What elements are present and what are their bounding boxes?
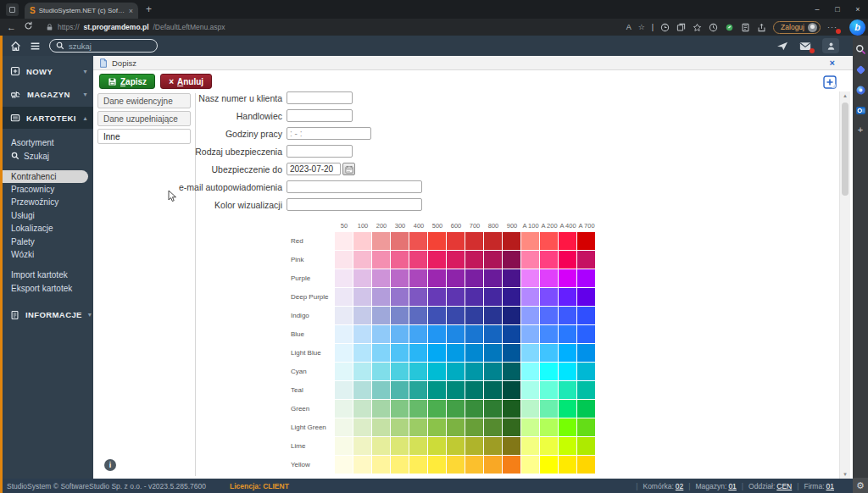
palette-swatch[interactable] bbox=[559, 456, 576, 474]
palette-swatch[interactable] bbox=[335, 344, 353, 362]
palette-swatch[interactable] bbox=[484, 400, 502, 418]
palette-swatch[interactable] bbox=[335, 418, 353, 436]
palette-swatch[interactable] bbox=[372, 325, 390, 343]
mail-button[interactable] bbox=[799, 42, 811, 51]
palette-swatch[interactable] bbox=[484, 437, 502, 455]
palette-swatch[interactable] bbox=[409, 381, 427, 399]
palette-swatch[interactable] bbox=[447, 381, 465, 399]
palette-swatch[interactable] bbox=[428, 400, 446, 418]
sidebar-item-przewoznicy[interactable]: Przewoźnicy bbox=[0, 196, 93, 208]
palette-swatch[interactable] bbox=[577, 344, 595, 362]
palette-swatch[interactable] bbox=[353, 381, 371, 399]
palette-swatch[interactable] bbox=[521, 363, 539, 380]
window-minimize-button[interactable]: – bbox=[807, 0, 827, 19]
palette-swatch[interactable] bbox=[503, 269, 520, 287]
palette-swatch[interactable] bbox=[540, 400, 558, 418]
field-input-e-mail-autopowiadomienia[interactable] bbox=[287, 180, 422, 193]
sidebar-section-kartoteki[interactable]: KARTOTEKI ▴ bbox=[0, 107, 93, 129]
palette-swatch[interactable] bbox=[353, 344, 371, 362]
field-input-godziny-pracy[interactable] bbox=[287, 127, 371, 140]
palette-swatch[interactable] bbox=[353, 456, 371, 474]
sidebar-add-icon[interactable]: + bbox=[858, 125, 863, 135]
dialog-close-icon[interactable]: × bbox=[830, 58, 835, 68]
browser-tab[interactable]: S StudioSystem.NET (c) SoftwareSt × bbox=[25, 3, 138, 19]
palette-swatch[interactable] bbox=[503, 232, 520, 250]
palette-swatch[interactable] bbox=[372, 288, 390, 306]
palette-swatch[interactable] bbox=[465, 325, 483, 343]
palette-swatch[interactable] bbox=[409, 418, 427, 436]
sidebar-item-kontrahenci[interactable]: Kontrahenci bbox=[0, 170, 88, 183]
palette-swatch[interactable] bbox=[577, 363, 595, 380]
palette-swatch[interactable] bbox=[521, 232, 539, 250]
palette-swatch[interactable] bbox=[465, 381, 483, 399]
palette-swatch[interactable] bbox=[484, 288, 502, 306]
palette-swatch[interactable] bbox=[428, 456, 446, 474]
palette-swatch[interactable] bbox=[465, 232, 483, 250]
palette-swatch[interactable] bbox=[559, 418, 576, 436]
calendar-button[interactable] bbox=[342, 163, 355, 175]
sidebar-section-nowy[interactable]: NOWY ▾ bbox=[0, 61, 93, 81]
palette-swatch[interactable] bbox=[447, 269, 465, 287]
palette-swatch[interactable] bbox=[335, 307, 353, 324]
extension-icon[interactable] bbox=[660, 23, 670, 32]
palette-swatch[interactable] bbox=[428, 251, 446, 269]
palette-swatch[interactable] bbox=[335, 381, 353, 399]
palette-swatch[interactable] bbox=[577, 251, 595, 269]
palette-swatch[interactable] bbox=[391, 344, 409, 362]
palette-swatch[interactable] bbox=[577, 307, 595, 324]
palette-swatch[interactable] bbox=[335, 288, 353, 306]
palette-swatch[interactable] bbox=[353, 418, 371, 436]
palette-swatch[interactable] bbox=[428, 418, 446, 436]
palette-swatch[interactable] bbox=[465, 456, 483, 474]
sidebar-section-magazyn[interactable]: MAGAZYN ▾ bbox=[0, 84, 93, 104]
palette-swatch[interactable] bbox=[391, 437, 409, 455]
palette-swatch[interactable] bbox=[484, 232, 502, 250]
palette-swatch[interactable] bbox=[559, 344, 576, 362]
palette-swatch[interactable] bbox=[559, 400, 576, 418]
palette-swatch[interactable] bbox=[484, 251, 502, 269]
palette-swatch[interactable] bbox=[559, 251, 576, 269]
notebook-icon[interactable] bbox=[741, 23, 750, 32]
palette-swatch[interactable] bbox=[465, 269, 483, 287]
palette-swatch[interactable] bbox=[540, 344, 558, 362]
field-input-ubezpieczenie-do[interactable] bbox=[287, 163, 341, 175]
palette-swatch[interactable] bbox=[391, 288, 409, 306]
palette-swatch[interactable] bbox=[559, 232, 576, 250]
palette-swatch[interactable] bbox=[577, 400, 595, 418]
palette-swatch[interactable] bbox=[577, 288, 595, 306]
user-button[interactable] bbox=[822, 38, 839, 53]
field-input-nasz-numer-u-klienta[interactable] bbox=[287, 91, 353, 104]
refresh-button[interactable] bbox=[24, 19, 33, 36]
palette-swatch[interactable] bbox=[521, 269, 539, 287]
palette-swatch[interactable] bbox=[335, 363, 353, 380]
palette-swatch[interactable] bbox=[335, 437, 353, 455]
sidebar-item-palety[interactable]: Palety bbox=[0, 235, 93, 247]
palette-swatch[interactable] bbox=[353, 437, 371, 455]
palette-swatch[interactable] bbox=[503, 437, 520, 455]
palette-swatch[interactable] bbox=[577, 269, 595, 287]
sidebar-item-import-kartotek[interactable]: Import kartotek bbox=[0, 269, 93, 281]
save-button[interactable]: Zapisz bbox=[99, 74, 155, 89]
palette-swatch[interactable] bbox=[447, 288, 465, 306]
sidebar-item-pracownicy[interactable]: Pracownicy bbox=[0, 183, 93, 196]
palette-swatch[interactable] bbox=[428, 288, 446, 306]
palette-swatch[interactable] bbox=[428, 344, 446, 362]
palette-swatch[interactable] bbox=[540, 456, 558, 474]
palette-swatch[interactable] bbox=[540, 251, 558, 269]
palette-swatch[interactable] bbox=[484, 456, 502, 474]
scrollbar-thumb[interactable] bbox=[842, 102, 849, 196]
palette-swatch[interactable] bbox=[428, 325, 446, 343]
palette-swatch[interactable] bbox=[409, 307, 427, 324]
palette-swatch[interactable] bbox=[372, 269, 390, 287]
palette-swatch[interactable] bbox=[391, 400, 409, 418]
palette-swatch[interactable] bbox=[428, 437, 446, 455]
app-search-input[interactable] bbox=[69, 42, 151, 51]
palette-swatch[interactable] bbox=[540, 269, 558, 287]
sidebar-search-icon[interactable] bbox=[855, 44, 866, 55]
favorite-star-icon[interactable]: ☆ bbox=[638, 23, 645, 31]
palette-swatch[interactable] bbox=[409, 325, 427, 343]
palette-swatch[interactable] bbox=[409, 437, 427, 455]
palette-swatch[interactable] bbox=[540, 325, 558, 343]
palette-swatch[interactable] bbox=[447, 400, 465, 418]
palette-swatch[interactable] bbox=[521, 344, 539, 362]
